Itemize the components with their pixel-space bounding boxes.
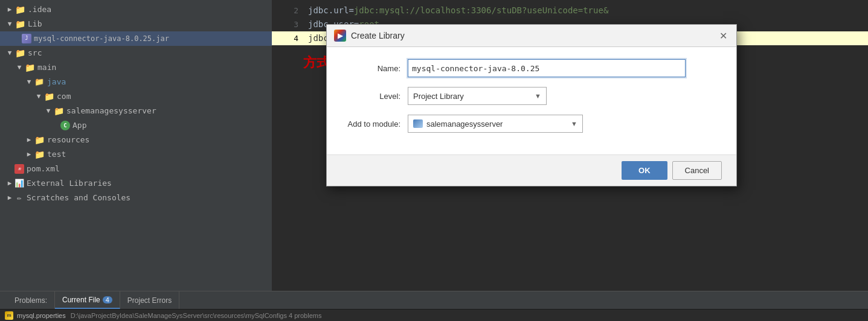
sidebar-label-app: App <box>72 119 86 132</box>
dialog-module-value: salemanagesysserver <box>426 119 503 129</box>
folder-test-icon: 📁 <box>34 150 45 159</box>
jar-icon: J <box>22 34 31 43</box>
arrow-sale: ▼ <box>43 105 53 117</box>
main-area: ▶ 📁 .idea ▼ 📁 Lib J mysql-connector-java… <box>0 0 868 291</box>
sidebar-label-java: java <box>47 76 66 88</box>
tab-current-file[interactable]: Current File 4 <box>55 291 120 309</box>
sidebar-item-src[interactable]: ▼ 📁 src <box>0 46 272 60</box>
dialog-body: Name: Level: Project Library ▼ Add to mo… <box>327 47 736 154</box>
arrow-test: ▶ <box>24 148 34 160</box>
sidebar-item-pom[interactable]: m pom.xml <box>0 162 272 176</box>
tab-project-errors[interactable]: Project Errors <box>120 291 179 309</box>
editor-area: 2 jdbc.url=jdbc:mysql://localhost:3306/s… <box>272 0 868 291</box>
folder-lib-icon: 📁 <box>14 19 25 29</box>
dialog-title-text: Create Library <box>351 31 405 40</box>
sidebar-item-scratches[interactable]: ▶ ✏️ Scratches and Consoles <box>0 191 272 205</box>
sidebar-label-idea: .idea <box>28 4 51 16</box>
dialog-name-label: Name: <box>341 64 408 73</box>
sidebar-item-app[interactable]: C App <box>0 118 272 133</box>
dialog-level-field: Level: Project Library ▼ <box>341 87 722 105</box>
scratches-icon: ✏️ <box>14 193 24 203</box>
file-info-label: mysql.properties <box>17 312 66 319</box>
sidebar-label-src: src <box>28 47 42 59</box>
sidebar-item-idea[interactable]: ▶ 📁 .idea <box>0 2 272 17</box>
bottom-file-bar: m mysql.properties D:\javaProjectByIdea\… <box>0 309 868 321</box>
sidebar-label-sale: salemanagesysserver <box>66 105 156 117</box>
module-dropdown-arrow: ▼ <box>571 120 577 127</box>
dialog-cancel-button[interactable]: Cancel <box>672 161 722 180</box>
status-bar: Problems: Current File 4 Project Errors <box>0 291 868 309</box>
arrow-idea: ▶ <box>5 4 14 16</box>
sidebar-item-sale[interactable]: ▼ 📁 salemanagesysserver <box>0 104 272 118</box>
sidebar: ▶ 📁 .idea ▼ 📁 Lib J mysql-connector-java… <box>0 0 272 291</box>
dialog-level-value: Project Library <box>413 92 464 101</box>
current-file-badge: 4 <box>103 296 112 304</box>
folder-idea-icon: 📁 <box>14 5 25 14</box>
dialog-title-icon: ▶ <box>334 30 346 42</box>
arrow-com: ▼ <box>34 91 43 103</box>
create-library-dialog: ▶ Create Library ✕ Name: Level: <box>326 24 737 186</box>
sidebar-item-test[interactable]: ▶ 📁 test <box>0 147 272 162</box>
dialog-title-left: ▶ Create Library <box>334 30 405 42</box>
sidebar-item-resources[interactable]: ▶ 📁 resources <box>0 133 272 147</box>
sidebar-label-lib: Lib <box>28 18 42 30</box>
dialog-titlebar: ▶ Create Library ✕ <box>327 25 736 47</box>
dialog-level-label: Level: <box>341 92 408 101</box>
sidebar-item-jar[interactable]: J mysql-connector-java-8.0.25.jar <box>0 31 272 46</box>
sidebar-label-test: test <box>47 148 66 160</box>
dialog-module-field: Add to module: salemanagesysserver ▼ <box>341 115 722 133</box>
dialog-module-label: Add to module: <box>341 119 408 129</box>
sidebar-item-java[interactable]: ▼ 📁 java <box>0 75 272 89</box>
app-icon: C <box>60 121 70 130</box>
sidebar-label-main: main <box>37 62 56 74</box>
dialog-name-input[interactable] <box>408 59 686 77</box>
sidebar-item-main[interactable]: ▼ 📁 main <box>0 60 272 75</box>
folder-com-icon: 📁 <box>43 92 54 101</box>
dialog-name-field: Name: <box>341 59 722 77</box>
sidebar-label-resources: resources <box>47 134 89 146</box>
dialog-footer: OK Cancel <box>327 154 736 186</box>
dialog-level-select[interactable]: Project Library ▼ <box>408 87 547 105</box>
level-dropdown-arrow: ▼ <box>535 92 541 100</box>
xml-icon: m <box>14 164 24 174</box>
folder-src-icon: 📁 <box>14 48 25 58</box>
sidebar-label-scratches: Scratches and Consoles <box>27 192 130 204</box>
dialog-ok-button[interactable]: OK <box>622 161 667 180</box>
dialog-overlay: ▶ Create Library ✕ Name: Level: <box>272 0 868 291</box>
dialog-module-select[interactable]: salemanagesysserver ▼ <box>408 115 583 133</box>
arrow-scratches: ▶ <box>5 192 14 204</box>
ext-lib-icon: 📊 <box>14 179 24 188</box>
arrow-java: ▼ <box>24 76 34 88</box>
arrow-ext: ▶ <box>5 177 14 189</box>
folder-main-icon: 📁 <box>24 63 35 72</box>
status-tabs: Problems: Current File 4 Project Errors <box>7 291 179 309</box>
file-info-path: D:\javaProjectByIdea\SaleManageSysServer… <box>71 312 322 319</box>
sidebar-label-ext: External Libraries <box>27 177 112 189</box>
file-info-icon: m <box>5 311 13 320</box>
dialog-close-button[interactable]: ✕ <box>717 30 729 42</box>
arrow-lib: ▼ <box>5 18 14 30</box>
folder-sale-icon: 📁 <box>53 106 64 116</box>
sidebar-item-com[interactable]: ▼ 📁 com <box>0 89 272 104</box>
module-icon <box>413 119 423 128</box>
folder-resources-icon: 📁 <box>34 135 45 145</box>
sidebar-item-lib[interactable]: ▼ 📁 Lib <box>0 17 272 31</box>
sidebar-label-com: com <box>57 91 71 103</box>
folder-java-icon: 📁 <box>34 77 45 87</box>
arrow-main: ▼ <box>14 62 24 74</box>
arrow-src: ▼ <box>5 47 14 59</box>
tab-problems-label: Problems: <box>7 291 55 309</box>
arrow-resources: ▶ <box>24 134 34 146</box>
sidebar-label-pom: pom.xml <box>27 163 60 175</box>
sidebar-item-ext-libs[interactable]: ▶ 📊 External Libraries <box>0 176 272 191</box>
sidebar-label-jar: mysql-connector-java-8.0.25.jar <box>34 33 169 45</box>
